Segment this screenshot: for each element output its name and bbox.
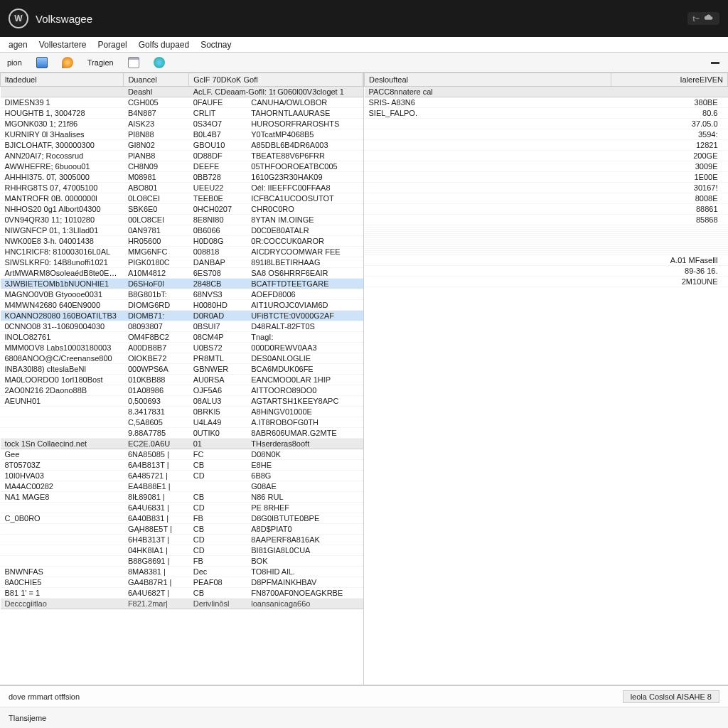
table-row[interactable]: ArtMWARM8OsoleaédB8te0E810A10M48126ES708… [1,268,363,279]
table-row[interactable]: 12821 [365,140,728,151]
table-row[interactable]: MANTROFR 0B. 0000000l0LO8CEITEEB0EICFBCA… [1,193,363,204]
table-row[interactable]: 0CNNO08 31--10609004030080938070BSUI7D48… [1,321,363,332]
table-row[interactable]: NWK00E8 3-h. 04001438HR05600H0D08G0R:COC… [1,236,363,247]
table-row[interactable]: SIEL_FALPO.80.6 [365,108,728,119]
table-row[interactable]: 3JWBIETEOMb1bNUONHIE1D6SHoF0l2848CBBCATF… [1,279,363,289]
titlebar-help-button[interactable]: t~ [687,12,719,25]
table-row[interactable]: NHHOS20 0g1 Albort04300SBK6E00HCH0207CHR… [1,204,363,215]
table-row[interactable]: Gee6NA85085 |FCD08N0K [1,449,363,460]
menu-vollestartere[interactable]: Vollestartere [33,38,92,51]
table-row[interactable]: 37.05.0 [365,119,728,129]
table-cell: TO8HID AlL. [247,567,363,577]
left-header-row[interactable]: ltadeduel Duancel GclF 70DKoK Gofl [1,73,363,87]
table-cell: AHHHI375. 0T, 3005000 [1,172,124,183]
table-row[interactable]: MAGNO0V0B Gtyoooe0031B8G801bT:68NVS3AOEF… [1,289,363,300]
tool-module-icon[interactable] [32,55,52,70]
table-row[interactable]: 85868 [365,215,728,225]
menu-poragel[interactable]: Poragel [92,38,132,51]
table-cell: 6A485721 | [124,471,189,481]
left-pane[interactable]: ltadeduel Duancel GclF 70DKoK Gofl Deash… [0,73,364,685]
table-cell: CRLIT [189,108,247,119]
table-row[interactable]: 8A0CHIE5GA4B87R1 |PEAF08D8PFMAINKHBAV [1,577,363,588]
table-row[interactable]: BJICLOHATF, 300000300GI8N02GBOU10A85DBL6… [1,140,363,151]
table-row[interactable]: B81 1' = 16A4U682T |CBFN8700AF0NOEAGKRBE [1,588,363,599]
table-cell: 88861 [611,204,728,215]
tool-warning[interactable] [58,55,77,70]
table-cell: INBA30l88) clteslaBeNl [1,364,124,375]
table-cell: DEEFE [189,161,247,172]
table-row[interactable]: 8.34178310BRKI5A8HiNGV01000E [1,407,363,417]
table-row[interactable]: tock 1Sn Collaecind.netEC2E.0A6U01THserd… [1,439,363,449]
table-row[interactable]: 200GE [365,151,728,161]
table-row[interactable]: 88861 [365,204,728,215]
menu-golfs[interactable]: Golfs dupaed [133,38,195,51]
table-cell: BJICLOHATF, 300000300 [1,140,124,151]
table-row[interactable]: SRIS- A83N6380BE [365,97,728,108]
collapse-icon[interactable] [711,62,719,64]
table-cell: GA4B87R1 | [124,577,189,588]
table-row[interactable]: AEUNH010,50069308ALU3AGTARTSH1KEEY8APC [1,396,363,407]
table-row[interactable]: A.01 MFaselll [365,255,728,266]
table-row[interactable]: KURNIRY 0l 3HaalisesPI8N88B0L4B7Y0TcatMP… [1,129,363,140]
table-row[interactable]: 6808ANOO@C/Creenanse800OIOKBE72PR8MTLDES… [1,353,363,364]
table-row[interactable]: RHHRG8TS 07, 47005100ABO801UEEU22Oél: II… [1,183,363,193]
table-row[interactable]: MA4AC00282EA4B88E1 |G08AE [1,481,363,492]
table-row[interactable]: 04HK8IA1 |CDBI81GIA8L0CUA [1,545,363,556]
table-row[interactable]: C,5A8605U4LA49A.IT8ROBOFG0TH [1,417,363,428]
table-row[interactable]: 0VN94QR30 11; 101028000LO8CEl8E8NI808YTA… [1,215,363,225]
table-row[interactable]: GĄH88E5T |CBA8D$PIAT0 [1,524,363,535]
table-row[interactable]: 8008E [365,193,728,204]
table-row[interactable]: HNC1RICF8: 810003016L0ALMMG6NFC008818AIC… [1,247,363,257]
menu-agen[interactable]: agen [3,38,33,51]
table-row[interactable]: INBA30l88) clteslaBeNl000WPS6AGBNWERBCA6… [1,364,363,375]
tool-document[interactable] [124,55,144,70]
table-row[interactable]: SIWSLKRF0: 14B8unoffi1021PIGK0180CDANBAP… [1,257,363,268]
table-row[interactable]: 6A4U6831 |CDPE 8RHEF [1,503,363,513]
table-row[interactable]: 2M10UNE [365,277,728,287]
table-row[interactable]: HOUGHTB 1, 3004728B4N887CRLITTAHORNTLAAU… [1,108,363,119]
table-row[interactable]: M4MWN42680 640EN9000DIOMG6RDH0080HDAIT1U… [1,300,363,311]
right-header-row[interactable]: Desloufteal IalereEIVEN [365,73,728,87]
left-h2[interactable]: GclF 70DKoK Gofl [189,73,363,87]
table-row[interactable]: 3009E [365,161,728,172]
left-h1[interactable]: Duancel [124,73,189,87]
tool-tragien[interactable]: Tragien [83,57,118,68]
table-cell [189,481,247,492]
left-h0[interactable]: ltadeduel [1,73,124,87]
table-row[interactable]: 8T05703Z6A4B813T |CBE8HE [1,460,363,471]
table-row[interactable]: 6H4B313T |CD8AAPERF8A816AK [1,535,363,545]
table-row[interactable]: C_0B0RO6A40B831 |FBD8G0IBTUTE0BPE [1,513,363,524]
table-row[interactable]: KOANNO28080 160BOATILTB3DIOMB71:D0R0ADUF… [1,311,363,321]
table-row[interactable]: MGONK030 1; 21f86AISK230S34O7HUROSORFRAR… [1,119,363,129]
table-row[interactable]: 10I0HVA036A485721 |CD6B8G [1,471,363,481]
table-row[interactable]: MMM0OV8 Labs10003180003A00DB8B7U0BS72000… [1,343,363,353]
table-row[interactable]: DIMESN39 1CGH0050FAUFECANUHA/OWLOBOR [1,97,363,108]
right-h0[interactable]: Desloufteal [365,73,611,87]
table-cell: NA1 MAGE8 [1,492,124,503]
table-row[interactable]: INOLO82761OM4F8BC208CM4PTnagI: [1,332,363,343]
table-row[interactable]: AHHHI375. 0T, 3005000M089810BB7281610G23… [1,172,363,183]
table-row[interactable]: AWWHEFRE; 6buoou01CH8N09DEEFE05THFOOROEA… [1,161,363,172]
right-pane[interactable]: Desloufteal IalereEIVEN PACC8nnatere cal… [364,73,728,685]
table-row[interactable]: BNWNFAS8MA8381 |DecTO8HID AlL. [1,567,363,577]
table-row[interactable]: NA1 MAGE88IŁ89081 |CBN86 RUL [1,492,363,503]
right-h1[interactable]: IalereEIVEN [611,73,728,87]
table-row[interactable]: ANN20AI7; RocossrudPlANB80D88DFTBEATE88V… [1,151,363,161]
table-row[interactable]: NIWGNFCP 01, 1:3Lllad010AN97810B6066D0C0… [1,225,363,236]
table-row[interactable]: 2AO0N216 2Daono88B01A08986OJF5A6AITTOORO… [1,385,363,396]
table-cell: 00LO8CEl [124,215,189,225]
table-cell: 3594: [611,129,728,140]
table-row[interactable]: 89-36 16. [365,266,728,277]
tool-map[interactable] [149,55,169,70]
table-row[interactable]: 30167! [365,183,728,193]
menu-soctnay[interactable]: Soctnay [195,38,237,51]
table-cell: Dec [189,567,247,577]
tool-pion[interactable]: pion [3,57,26,68]
table-row[interactable]: MA0LOORDO0 1orl180Bost010KBB88AU0RSAEANC… [1,375,363,385]
table-row[interactable]: 1E00E [365,172,728,183]
table-row[interactable]: B88G8691 |FBBOK [1,556,363,567]
table-cell: DES0ANLOGLIE [247,353,363,364]
table-row[interactable]: 3594: [365,129,728,140]
status-right-badge[interactable]: leola Coslsol AISAHE 8 [623,690,719,703]
table-row[interactable]: 9.88A77850UTIK08ABR606UMAR.G2MTE [1,428,363,439]
